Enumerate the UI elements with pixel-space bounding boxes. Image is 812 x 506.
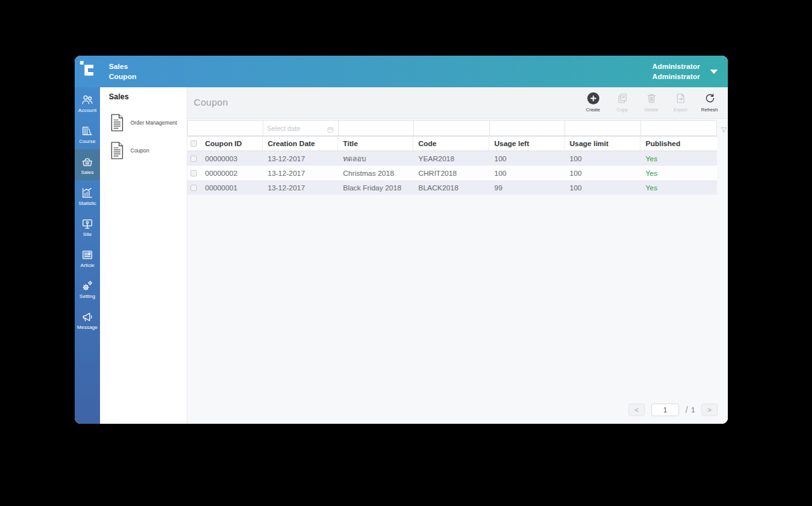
menu-item-label: Order Management (130, 120, 177, 126)
filter-code (413, 120, 489, 136)
books-icon (80, 124, 94, 138)
table-row[interactable]: 00000001 13-12-2017 Black Friday 2018 BL… (187, 180, 717, 195)
coupon-table: Coupon ID Creation Date Title Code Usage… (187, 120, 717, 195)
sidebar-item-label: Account (78, 108, 97, 113)
column-header-creation-date[interactable]: Creation Date (263, 137, 338, 151)
sidebar-item-sales[interactable]: Sales (75, 149, 100, 180)
app-window: Sales Coupon Administrator Administrator… (75, 56, 728, 424)
page-number-input[interactable] (651, 404, 679, 416)
main-content: Coupon Create Copy Delete Export (187, 87, 728, 424)
cell-creation-date: 13-12-2017 (263, 184, 338, 192)
top-bar: Sales Coupon Administrator Administrator (75, 56, 728, 87)
menu-item-label: Coupon (130, 147, 149, 154)
megaphone-icon (80, 310, 94, 324)
filter-usage-left (489, 120, 565, 136)
calendar-icon[interactable] (327, 125, 334, 132)
cell-usage-left: 100 (489, 155, 565, 163)
page-separator: / (685, 405, 688, 415)
filter-usage-limit-input[interactable] (565, 121, 640, 135)
column-header-coupon-id[interactable]: Coupon ID (200, 137, 263, 151)
trash-icon (646, 90, 658, 106)
sidebar-item-label: Course (79, 139, 96, 144)
column-header-usage-limit[interactable]: Usage limit (565, 137, 640, 151)
breadcrumb-module: Sales (109, 61, 136, 71)
cell-published: Yes (640, 170, 717, 177)
cell-published: Yes (640, 184, 717, 192)
menu-item-order-management[interactable]: Order Management (109, 110, 185, 135)
refresh-icon (704, 90, 716, 106)
total-pages: 1 (691, 406, 695, 414)
cell-creation-date: 13-12-2017 (263, 170, 338, 177)
cell-coupon-id: 00000003 (200, 155, 263, 163)
cell-coupon-id: 00000001 (200, 184, 263, 192)
filter-usage-left-input[interactable] (490, 121, 565, 135)
sidebar-item-label: Message (77, 324, 97, 330)
pagination: < / 1 > (628, 404, 718, 416)
secondary-sidebar: Sales Order Management Coupon (100, 87, 187, 424)
column-header-published[interactable]: Published (640, 137, 717, 151)
table-header-row: Coupon ID Creation Date Title Code Usage… (187, 136, 717, 151)
sidebar-item-label: Statistic (78, 201, 96, 206)
cell-published: Yes (640, 155, 717, 163)
refresh-button[interactable]: Refresh (695, 90, 724, 113)
document-icon (109, 141, 125, 160)
breadcrumb: Sales Coupon (109, 61, 136, 82)
sidebar-item-setting[interactable]: Setting (75, 273, 100, 304)
filter-title-input[interactable] (339, 121, 413, 135)
toolbar-button-label: Export (673, 107, 687, 113)
delete-button[interactable]: Delete (637, 90, 666, 113)
gears-icon (80, 279, 94, 293)
create-button[interactable]: Create (578, 90, 608, 113)
filter-creation-date (263, 120, 338, 136)
sidebar-item-article[interactable]: Article (75, 242, 100, 273)
toolbar-button-label: Copy (616, 107, 628, 113)
row-checkbox[interactable] (191, 156, 197, 162)
sidebar-item-statistic[interactable]: Statistic (75, 180, 100, 211)
copy-icon (616, 90, 628, 106)
user-menu-chevron-down-icon[interactable] (710, 70, 718, 74)
table-filter-row (187, 120, 717, 136)
column-header-title[interactable]: Title (338, 137, 413, 151)
cell-usage-limit: 100 (565, 170, 640, 177)
sidebar-item-label: Site (83, 231, 92, 237)
cell-title: ทดลอบ (338, 153, 413, 164)
filter-coupon-id (187, 120, 263, 136)
copy-button[interactable]: Copy (608, 90, 637, 113)
newspaper-icon (80, 248, 94, 262)
user-name-line2: Administrator (653, 71, 700, 82)
table-row[interactable]: 00000002 13-12-2017 Christmas 2018 CHRIT… (187, 166, 717, 180)
sidebar-item-account[interactable]: Account (75, 87, 100, 118)
toolbar-button-label: Refresh (701, 107, 718, 113)
column-header-usage-left[interactable]: Usage left (489, 137, 565, 151)
cell-code: BLACK2018 (413, 184, 489, 192)
menu-item-coupon[interactable]: Coupon (109, 138, 185, 163)
filter-published (640, 120, 717, 136)
row-checkbox[interactable] (191, 170, 197, 176)
user-name-line1: Administrator (653, 61, 700, 71)
prev-page-button[interactable]: < (628, 404, 645, 416)
primary-sidebar: Account Course Sales Statistic Site Arti… (75, 87, 100, 424)
export-button[interactable]: Export (666, 90, 695, 113)
column-header-code[interactable]: Code (413, 137, 489, 151)
sidebar-item-course[interactable]: Course (75, 118, 100, 149)
table-row[interactable]: 00000003 13-12-2017 ทดลอบ YEAR2018 100 1… (187, 151, 717, 166)
filter-funnel-icon[interactable] (720, 125, 728, 133)
cell-title: Black Friday 2018 (338, 184, 413, 192)
select-all-checkbox[interactable] (191, 140, 197, 147)
people-icon (80, 93, 94, 107)
secondary-sidebar-title: Sales (109, 92, 128, 101)
basket-icon (80, 155, 94, 169)
sidebar-item-message[interactable]: Message (75, 304, 100, 335)
cell-title: Christmas 2018 (338, 170, 413, 177)
cell-code: CHRIT2018 (413, 170, 489, 177)
sidebar-item-site[interactable]: Site (75, 211, 100, 242)
cell-usage-limit: 100 (565, 184, 640, 192)
row-checkbox[interactable] (191, 185, 197, 191)
page-title: Coupon (194, 97, 228, 108)
export-icon (675, 90, 687, 106)
filter-code-input[interactable] (414, 121, 489, 135)
filter-coupon-id-input[interactable] (188, 121, 263, 135)
filter-published-input[interactable] (641, 121, 716, 135)
next-page-button[interactable]: > (701, 404, 718, 416)
plus-circle-icon (587, 92, 599, 104)
